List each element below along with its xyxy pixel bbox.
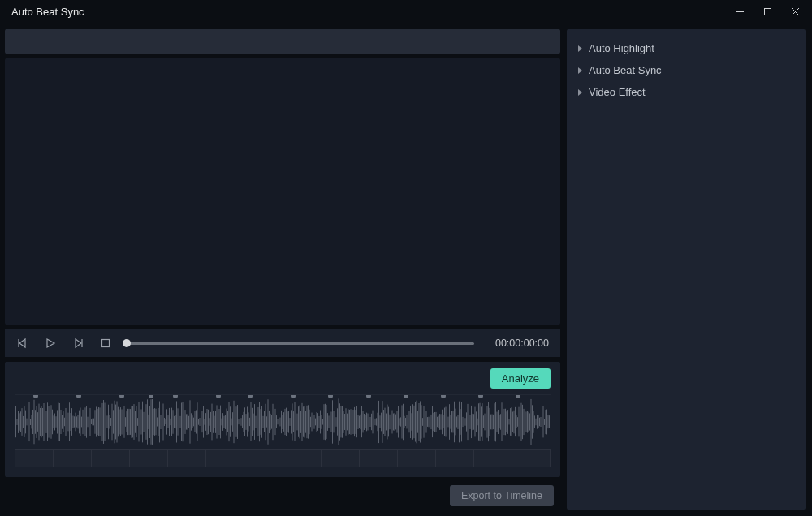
waveform-svg (15, 395, 551, 449)
segment-cell[interactable] (474, 450, 512, 467)
segment-track[interactable] (15, 449, 551, 467)
sidebar-item-label: Auto Highlight (589, 42, 654, 54)
chevron-right-icon (578, 45, 582, 52)
segment-cell[interactable] (92, 450, 130, 467)
chevron-right-icon (578, 67, 582, 74)
segment-cell[interactable] (512, 450, 550, 467)
segment-cell[interactable] (398, 450, 436, 467)
svg-rect-1 (764, 8, 771, 15)
analyze-button[interactable]: Analyze (490, 368, 551, 389)
sidebar-item-video-effect[interactable]: Video Effect (577, 81, 796, 103)
chevron-right-icon (578, 89, 582, 96)
window-title: Auto Beat Sync (11, 6, 84, 18)
timecode-display: 00:00:00:00 (495, 338, 549, 349)
segment-cell[interactable] (168, 450, 206, 467)
maximize-icon (763, 7, 772, 16)
segment-cell[interactable] (130, 450, 168, 467)
right-sidebar: Auto HighlightAuto Beat SyncVideo Effect (567, 29, 806, 510)
sidebar-item-auto-highlight[interactable]: Auto Highlight (577, 37, 796, 59)
prev-frame-icon (17, 338, 28, 349)
segment-cell[interactable] (360, 450, 398, 467)
titlebar: Auto Beat Sync (0, 0, 812, 23)
stop-icon (100, 338, 111, 349)
prev-frame-button[interactable] (16, 337, 29, 350)
playhead-thumb[interactable] (123, 339, 131, 347)
svg-marker-6 (47, 339, 54, 347)
play-button[interactable] (44, 337, 57, 350)
main-area: 00:00:00:00 Analyze Export to Timeline A… (0, 23, 812, 516)
clip-strip[interactable] (5, 29, 560, 54)
playhead-slider[interactable] (127, 342, 474, 345)
svg-rect-9 (102, 340, 110, 347)
sidebar-item-label: Video Effect (589, 86, 646, 98)
segment-cell[interactable] (436, 450, 474, 467)
svg-marker-4 (19, 339, 25, 347)
sidebar-item-auto-beat-sync[interactable]: Auto Beat Sync (577, 59, 796, 81)
segment-cell[interactable] (15, 450, 54, 467)
svg-marker-7 (76, 339, 81, 347)
window-controls (726, 0, 809, 23)
transport-bar: 00:00:00:00 (5, 329, 560, 357)
minimize-icon (736, 7, 745, 16)
export-to-timeline-button[interactable]: Export to Timeline (450, 485, 554, 506)
next-frame-button[interactable] (71, 337, 84, 350)
waveform-panel: Analyze (5, 362, 560, 477)
segment-cell[interactable] (54, 450, 92, 467)
close-button[interactable] (781, 0, 809, 23)
maximize-button[interactable] (754, 0, 781, 23)
segment-cell[interactable] (206, 450, 244, 467)
left-column: 00:00:00:00 Analyze Export to Timeline (5, 29, 560, 510)
preview-viewport[interactable] (5, 58, 560, 325)
play-icon (45, 338, 56, 349)
minimize-button[interactable] (726, 0, 754, 23)
segment-cell[interactable] (283, 450, 322, 467)
sidebar-item-label: Auto Beat Sync (589, 64, 662, 76)
segment-cell[interactable] (322, 450, 360, 467)
waveform-area[interactable] (15, 394, 551, 449)
export-row: Export to Timeline (5, 482, 560, 510)
stop-button[interactable] (99, 337, 112, 350)
segment-cell[interactable] (244, 450, 283, 467)
next-frame-icon (72, 338, 84, 349)
close-icon (791, 7, 800, 16)
